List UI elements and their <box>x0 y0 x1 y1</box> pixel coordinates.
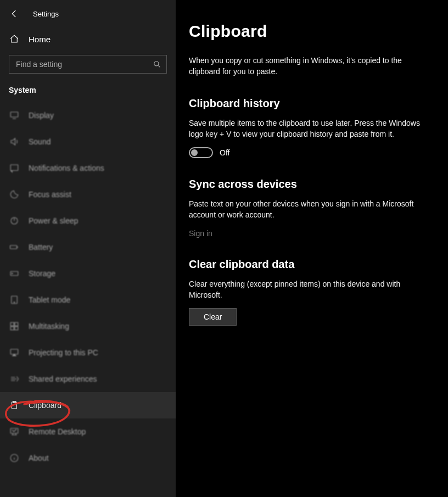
search-icon <box>153 60 161 68</box>
sidebar-item-label: About <box>29 454 49 462</box>
history-toggle[interactable] <box>189 147 213 158</box>
svg-rect-13 <box>10 349 18 354</box>
shared-icon <box>9 374 20 384</box>
section-heading: Clipboard history <box>189 97 425 110</box>
section-body: Paste text on your other devices when yo… <box>189 198 425 221</box>
tablet-icon <box>9 295 20 305</box>
sidebar-item-label: Focus assist <box>29 190 71 199</box>
sidebar-item-label: Shared experiences <box>29 375 97 383</box>
notifications-icon <box>9 163 20 173</box>
app-title: Settings <box>33 10 59 18</box>
sidebar-item-sound[interactable]: Sound <box>0 129 176 155</box>
sidebar-header: Settings <box>0 0 176 27</box>
focus-assist-icon <box>9 189 20 199</box>
sidebar-item-label: Storage <box>29 269 55 278</box>
svg-rect-2 <box>10 165 18 171</box>
home-link[interactable]: Home <box>0 27 176 51</box>
clear-button[interactable]: Clear <box>189 308 237 326</box>
svg-point-0 <box>154 62 159 66</box>
toggle-state-label: Off <box>220 148 229 157</box>
svg-rect-12 <box>15 327 18 330</box>
page-title: Clipboard <box>189 22 435 41</box>
clipboard-icon <box>9 400 20 410</box>
home-icon <box>9 34 20 44</box>
sync-section: Sync across devices Paste text on your o… <box>189 178 425 238</box>
sidebar-item-label: Remote Desktop <box>29 427 86 436</box>
sidebar-item-label: Battery <box>29 243 53 252</box>
sidebar-item-display[interactable]: Display <box>0 102 176 129</box>
sidebar-item-label: Tablet mode <box>29 295 70 304</box>
sidebar-item-label: Display <box>29 111 54 120</box>
svg-rect-10 <box>15 322 18 326</box>
svg-rect-9 <box>10 322 14 326</box>
svg-rect-1 <box>10 112 18 117</box>
history-toggle-row: Off <box>189 147 425 158</box>
sidebar-item-focus-assist[interactable]: Focus assist <box>0 181 176 208</box>
sidebar-item-shared-experiences[interactable]: Shared experiences <box>0 366 176 392</box>
arrow-left-icon <box>9 9 19 19</box>
svg-rect-4 <box>10 245 17 249</box>
battery-icon <box>9 242 20 252</box>
svg-rect-11 <box>10 327 14 330</box>
search-box[interactable] <box>9 55 167 74</box>
section-heading: Clear clipboard data <box>189 258 425 271</box>
power-icon <box>9 216 20 226</box>
section-heading: Sync across devices <box>189 178 425 191</box>
sidebar-section-title: System <box>0 83 176 102</box>
sidebar-item-storage[interactable]: Storage <box>0 260 176 287</box>
sidebar-item-label: Projecting to this PC <box>29 348 98 357</box>
sign-in-link[interactable]: Sign in <box>189 229 212 238</box>
svg-point-6 <box>12 273 13 274</box>
sidebar-nav: Display Sound Notifications & actions Fo… <box>0 102 176 497</box>
sidebar-item-clipboard[interactable]: Clipboard <box>0 392 176 418</box>
sidebar-item-remote-desktop[interactable]: Remote Desktop <box>0 418 176 445</box>
sidebar-item-power-sleep[interactable]: Power & sleep <box>0 208 176 234</box>
clipboard-history-section: Clipboard history Save multiple items to… <box>189 97 425 159</box>
sidebar-item-label: Multitasking <box>29 322 69 331</box>
svg-point-8 <box>14 302 15 303</box>
multitasking-icon <box>9 321 20 331</box>
sidebar-item-label: Notifications & actions <box>29 164 104 172</box>
search-input[interactable] <box>15 59 153 69</box>
about-icon <box>9 453 20 463</box>
sidebar-item-multitasking[interactable]: Multitasking <box>0 313 176 339</box>
page-intro: When you copy or cut something in Window… <box>189 55 419 77</box>
storage-icon <box>9 269 20 278</box>
section-body: Save multiple items to the clipboard to … <box>189 118 425 140</box>
sidebar-item-about[interactable]: About <box>0 445 176 471</box>
back-button[interactable] <box>8 7 21 20</box>
main-panel: Clipboard When you copy or cut something… <box>176 0 448 497</box>
clear-section: Clear clipboard data Clear everything (e… <box>189 258 425 326</box>
section-body: Clear everything (except pinned items) o… <box>189 278 425 301</box>
remote-desktop-icon <box>9 427 20 437</box>
sidebar: Settings Home System Display <box>0 0 176 497</box>
projecting-icon <box>9 348 20 358</box>
sidebar-item-label: Clipboard <box>29 401 61 410</box>
home-label: Home <box>29 35 51 44</box>
sound-icon <box>9 137 20 147</box>
sidebar-item-notifications[interactable]: Notifications & actions <box>0 155 176 181</box>
sidebar-item-label: Power & sleep <box>29 216 78 225</box>
sidebar-item-battery[interactable]: Battery <box>0 234 176 260</box>
sidebar-item-tablet-mode[interactable]: Tablet mode <box>0 287 176 313</box>
sidebar-item-projecting[interactable]: Projecting to this PC <box>0 339 176 366</box>
display-icon <box>9 110 20 120</box>
sidebar-item-label: Sound <box>29 137 51 146</box>
